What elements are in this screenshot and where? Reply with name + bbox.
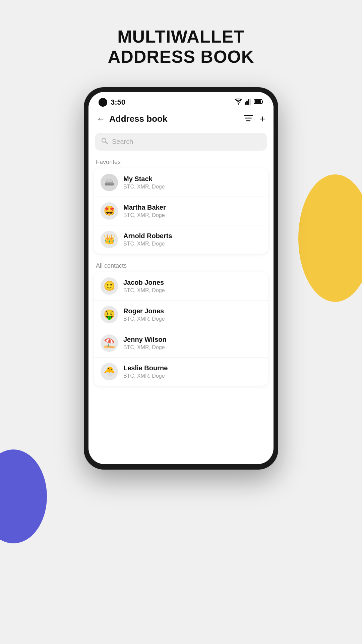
contact-name: Martha Baker <box>123 204 166 211</box>
page-headline: MULTIWALLET ADDRESS BOOK <box>108 27 254 67</box>
avatar: 🐣 <box>101 363 118 380</box>
contact-currencies: BTC, XMR, Doge <box>123 373 168 379</box>
contact-info: Arnold Roberts BTC, XMR, Doge <box>123 232 172 247</box>
list-item[interactable]: 🤩 Martha Baker BTC, XMR, Doge <box>94 197 268 225</box>
list-item[interactable]: 🤑 Roger Jones BTC, XMR, Doge <box>94 301 268 329</box>
camera-dot <box>99 98 107 107</box>
contact-name: Leslie Bourne <box>123 364 168 372</box>
contact-info: Jacob Jones BTC, XMR, Doge <box>123 279 165 293</box>
avatar: 🤑 <box>101 306 118 323</box>
contact-info: Martha Baker BTC, XMR, Doge <box>123 204 166 218</box>
avatar: 👑 <box>101 231 118 248</box>
app-header: ← Address book + <box>88 110 274 129</box>
contact-info: Roger Jones BTC, XMR, Doge <box>123 307 165 322</box>
phone-screen: 3:50 <box>88 92 274 464</box>
status-time: 3:50 <box>111 98 125 107</box>
svg-rect-6 <box>255 100 261 103</box>
list-item[interactable]: 🐣 Leslie Bourne BTC, XMR, Doge <box>94 358 268 386</box>
list-item[interactable]: 🙂 Jacob Jones BTC, XMR, Doge <box>94 272 268 301</box>
list-item[interactable]: My Stack BTC, XMR, Doge <box>94 168 268 197</box>
avatar: 🙂 <box>101 277 118 295</box>
contact-name: Roger Jones <box>123 307 165 315</box>
search-container: Search <box>88 129 274 155</box>
all-contacts-card: 🙂 Jacob Jones BTC, XMR, Doge 🤑 Roger Jon… <box>94 272 268 386</box>
phone-frame: 3:50 <box>84 87 278 470</box>
status-bar: 3:50 <box>88 92 274 110</box>
list-item[interactable]: 👑 Arnold Roberts BTC, XMR, Doge <box>94 225 268 254</box>
contact-currencies: BTC, XMR, Doge <box>123 287 165 293</box>
all-contacts-label: All contacts <box>88 259 274 272</box>
svg-rect-3 <box>250 99 251 105</box>
contact-currencies: BTC, XMR, Doge <box>123 241 172 247</box>
svg-rect-1 <box>246 101 248 105</box>
back-button[interactable]: ← <box>97 114 105 124</box>
list-item[interactable]: ⛱️ Jenny Wilson BTC, XMR, Doge <box>94 329 268 358</box>
svg-rect-14 <box>106 179 112 182</box>
contact-name: Jacob Jones <box>123 279 165 286</box>
search-placeholder: Search <box>112 138 133 146</box>
all-contacts-section: All contacts 🙂 Jacob Jones BTC, XMR, Dog… <box>88 259 274 386</box>
status-icons <box>235 99 263 106</box>
svg-rect-5 <box>262 101 263 103</box>
header-right: + <box>244 113 265 125</box>
wifi-icon <box>235 99 242 106</box>
search-icon <box>101 138 108 146</box>
avatar: 🤩 <box>101 202 118 220</box>
avatar <box>101 174 118 191</box>
signal-icon <box>245 99 251 106</box>
header-title: Address book <box>109 114 167 124</box>
contact-name: Arnold Roberts <box>123 232 172 240</box>
header-left: ← Address book <box>97 114 167 124</box>
svg-line-11 <box>106 142 108 144</box>
svg-rect-2 <box>248 99 249 105</box>
contact-name: Jenny Wilson <box>123 336 167 343</box>
headline-line1: MULTIWALLET <box>117 27 245 46</box>
status-bar-left: 3:50 <box>99 98 125 107</box>
contact-currencies: BTC, XMR, Doge <box>123 212 166 218</box>
battery-icon <box>254 99 263 106</box>
headline-line2: ADDRESS BOOK <box>108 47 254 66</box>
contact-currencies: BTC, XMR, Doge <box>123 344 167 351</box>
favorites-card: My Stack BTC, XMR, Doge 🤩 Martha Baker B… <box>94 168 268 254</box>
phone-container: 3:50 <box>84 87 278 470</box>
favorites-section: Favorites M <box>88 155 274 254</box>
add-contact-button[interactable]: + <box>259 113 265 125</box>
contact-currencies: BTC, XMR, Doge <box>123 316 165 322</box>
favorites-label: Favorites <box>88 155 274 168</box>
contact-currencies: BTC, XMR, Doge <box>123 184 165 190</box>
search-box[interactable]: Search <box>95 133 267 151</box>
contact-name: My Stack <box>123 175 165 183</box>
contact-info: My Stack BTC, XMR, Doge <box>123 175 165 190</box>
svg-rect-0 <box>245 102 246 105</box>
filter-button[interactable] <box>244 114 253 124</box>
contact-info: Jenny Wilson BTC, XMR, Doge <box>123 336 167 351</box>
avatar: ⛱️ <box>101 334 118 352</box>
contact-info: Leslie Bourne BTC, XMR, Doge <box>123 364 168 379</box>
